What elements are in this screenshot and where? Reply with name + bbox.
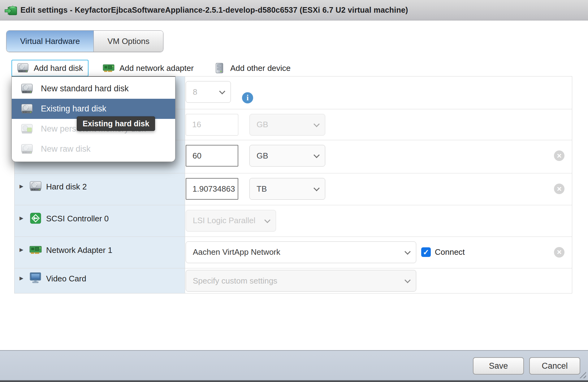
menu-item-label: New raw disk xyxy=(41,144,91,154)
table-row-network-adapter: ▶ Network Adapter 1 Aachen VirtApp Netwo… xyxy=(15,237,572,269)
existing-hard-disk-tooltip: Existing hard disk xyxy=(77,116,155,131)
hard-disk-2-unit-select[interactable]: TB xyxy=(249,178,325,200)
cancel-button[interactable]: Cancel xyxy=(529,357,580,375)
memory-value-cell: GB xyxy=(185,109,572,140)
table-row-scsi-controller: ▶ SCSI Controller 0 LSI Logic Parallel xyxy=(15,205,572,237)
network-value-cell: Aachen VirtApp Network ✓ Connect × xyxy=(185,237,572,268)
chevron-down-icon xyxy=(404,277,411,283)
resize-handle[interactable] xyxy=(579,371,586,378)
network-label-cell: ▶ Network Adapter 1 xyxy=(15,237,185,268)
menu-item-existing-hard-disk[interactable]: Existing hard disk xyxy=(12,99,175,119)
hard-disk-icon xyxy=(21,83,33,94)
menu-item-label: New standard hard disk xyxy=(41,84,129,93)
hard-disk-2-label-cell: ▶ Hard disk 2 xyxy=(15,173,185,205)
scsi-type-value: LSI Logic Parallel xyxy=(193,216,255,225)
memory-size-input[interactable] xyxy=(186,114,238,136)
video-settings-select[interactable]: Specify custom settings xyxy=(186,270,416,292)
network-adapter-icon xyxy=(29,244,42,255)
cpu-value-cell: 8 i xyxy=(185,76,572,109)
hard-disk-icon xyxy=(17,63,29,73)
connect-checkbox-group: ✓ Connect xyxy=(421,241,465,263)
add-network-adapter-button[interactable]: Add network adapter xyxy=(97,60,199,76)
hard-disk-2-size-input[interactable] xyxy=(186,178,238,200)
chevron-down-icon xyxy=(313,121,320,127)
chevron-down-icon xyxy=(313,185,320,191)
hard-disk-icon xyxy=(29,181,42,192)
network-adapter-label: Network Adapter 1 xyxy=(46,245,112,255)
menu-item-new-raw-disk: New raw disk xyxy=(12,139,175,159)
hard-disk-1-value-cell: GB × xyxy=(185,140,572,173)
memory-unit-select[interactable]: GB xyxy=(249,114,325,136)
chevron-down-icon xyxy=(404,249,411,255)
connect-label: Connect xyxy=(435,247,465,257)
chevron-down-icon xyxy=(264,217,270,223)
remove-hard-disk-2-icon[interactable]: × xyxy=(554,184,564,194)
vm-package-icon xyxy=(4,4,17,17)
scsi-label-cell: ▶ SCSI Controller 0 xyxy=(15,205,185,237)
add-hard-disk-button[interactable]: Add hard disk xyxy=(11,60,89,76)
expander-triangle-icon[interactable]: ▶ xyxy=(19,215,25,221)
add-device-toolbar: Add hard disk Add network adapter Add ot… xyxy=(11,60,296,76)
chevron-down-icon xyxy=(313,152,320,158)
hard-disk-icon xyxy=(21,103,33,115)
video-card-label: Video Card xyxy=(46,274,86,284)
other-device-icon xyxy=(214,63,225,73)
hard-disk-2-unit-value: TB xyxy=(257,184,267,194)
dialog-title-bar: Edit settings - KeyfactorEjbcaSoftwareAp… xyxy=(0,0,588,20)
menu-item-label: Existing hard disk xyxy=(41,104,106,114)
table-row-video-card: ▶ Video Card Specify custom settings xyxy=(15,268,572,293)
hard-disk-icon xyxy=(21,144,33,155)
add-hard-disk-label: Add hard disk xyxy=(34,63,83,73)
scsi-value-cell: LSI Logic Parallel xyxy=(185,205,572,237)
cpu-count-value: 8 xyxy=(193,87,197,97)
hard-disk-2-value-cell: TB × xyxy=(185,173,572,205)
add-other-device-label: Add other device xyxy=(230,63,291,73)
expander-triangle-icon[interactable]: ▶ xyxy=(19,183,25,189)
hard-disk-1-unit-value: GB xyxy=(257,151,268,161)
expander-triangle-icon[interactable]: ▶ xyxy=(19,275,25,281)
expander-triangle-icon[interactable]: ▶ xyxy=(19,247,25,253)
dialog-footer: Save Cancel xyxy=(0,350,588,380)
chevron-down-icon xyxy=(219,88,225,94)
save-button[interactable]: Save xyxy=(473,357,524,375)
hard-disk-2-label: Hard disk 2 xyxy=(46,182,87,192)
edit-settings-dialog: Edit settings - KeyfactorEjbcaSoftwareAp… xyxy=(0,0,588,382)
hard-disk-1-unit-select[interactable]: GB xyxy=(249,145,325,167)
persistent-memory-disk-icon xyxy=(21,124,33,135)
menu-item-new-standard-hard-disk[interactable]: New standard hard disk xyxy=(12,79,175,99)
info-icon[interactable]: i xyxy=(242,92,253,103)
video-label-cell: ▶ Video Card xyxy=(15,268,185,293)
network-adapter-icon xyxy=(103,63,115,73)
remove-hard-disk-1-icon[interactable]: × xyxy=(554,150,564,161)
cpu-count-select[interactable]: 8 xyxy=(186,81,231,103)
dialog-title: Edit settings - KeyfactorEjbcaSoftwareAp… xyxy=(20,6,408,15)
tab-virtual-hardware[interactable]: Virtual Hardware xyxy=(6,31,94,52)
add-other-device-button[interactable]: Add other device xyxy=(208,60,296,76)
scsi-type-select[interactable]: LSI Logic Parallel xyxy=(186,210,276,232)
network-select-value: Aachen VirtApp Network xyxy=(193,247,280,257)
scsi-controller-label: SCSI Controller 0 xyxy=(46,214,109,224)
memory-unit-value: GB xyxy=(257,120,268,129)
video-settings-value: Specify custom settings xyxy=(193,276,277,286)
network-select[interactable]: Aachen VirtApp Network xyxy=(186,241,416,263)
dialog-bottom-edge xyxy=(0,380,588,382)
video-value-cell: Specify custom settings xyxy=(185,268,572,293)
hard-disk-1-size-input[interactable] xyxy=(186,145,238,167)
tab-vm-options[interactable]: VM Options xyxy=(94,31,163,52)
remove-network-adapter-icon[interactable]: × xyxy=(554,247,564,258)
settings-tab-group: Virtual Hardware VM Options xyxy=(6,30,163,52)
table-row-hard-disk-2: ▶ Hard disk 2 TB × xyxy=(15,173,572,205)
add-network-adapter-label: Add network adapter xyxy=(119,63,194,73)
scsi-controller-icon xyxy=(29,213,42,224)
video-card-icon xyxy=(29,272,42,283)
connect-checkbox[interactable]: ✓ xyxy=(421,247,431,257)
